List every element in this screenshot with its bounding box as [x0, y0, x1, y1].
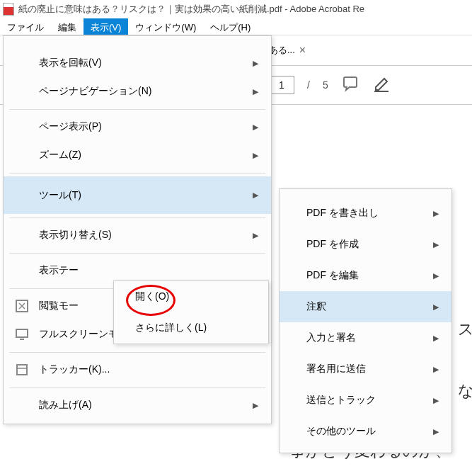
document-tab[interactable]: ある... ×: [269, 44, 306, 57]
tools-submenu-panel: PDF を書き出し▶ PDF を作成▶ PDF を編集▶ 注釈▶ 入力と署名▶ …: [279, 188, 452, 453]
menu-zoom[interactable]: ズーム(Z)▶: [4, 141, 271, 169]
chevron-right-icon: ▶: [253, 191, 258, 200]
menu-file[interactable]: ファイル: [0, 18, 51, 35]
tools-open-popup: 開く(O) さらに詳しく(L): [113, 280, 269, 344]
chevron-right-icon: ▶: [253, 401, 258, 410]
monitor-icon: [13, 326, 30, 343]
menu-page-navigation[interactable]: ページナビゲーション(N)▶: [4, 77, 271, 106]
svg-rect-2: [17, 365, 27, 375]
chevron-right-icon: ▶: [253, 87, 258, 96]
chevron-right-icon: ▶: [433, 209, 439, 218]
menu-tools[interactable]: ツール(T)▶: [4, 176, 271, 214]
svg-rect-1: [16, 329, 28, 337]
chevron-right-icon: ▶: [253, 59, 258, 68]
page-separator: /: [307, 79, 310, 91]
chevron-right-icon: ▶: [253, 151, 258, 160]
pdf-file-icon: [3, 3, 14, 16]
chevron-right-icon: ▶: [433, 427, 439, 436]
document-text-fragment: な: [458, 380, 472, 402]
menu-send-track[interactable]: 送信とトラック▶: [280, 385, 451, 416]
read-mode-icon: [13, 298, 30, 314]
menu-window[interactable]: ウィンドウ(W): [128, 18, 203, 35]
menu-export-pdf[interactable]: PDF を書き出し▶: [280, 198, 451, 229]
chevron-right-icon: ▶: [433, 240, 439, 249]
comment-bubble-icon[interactable]: [341, 75, 359, 96]
chevron-right-icon: ▶: [433, 271, 439, 280]
chevron-right-icon: ▶: [433, 396, 439, 405]
menu-more-details[interactable]: さらに詳しく(L): [114, 312, 268, 344]
document-text-fragment: ス: [458, 319, 472, 340]
chevron-right-icon: ▶: [433, 365, 439, 374]
menu-other-tools[interactable]: その他のツール▶: [280, 416, 451, 447]
menu-comment[interactable]: 注釈▶: [280, 291, 451, 322]
menu-view[interactable]: 表示(V): [84, 18, 128, 35]
page-number-input[interactable]: [269, 76, 294, 94]
menu-edit[interactable]: 編集: [51, 18, 84, 35]
chevron-right-icon: ▶: [433, 302, 439, 312]
tab-label: ある...: [269, 44, 295, 57]
menu-fill-sign[interactable]: 入力と署名▶: [280, 322, 451, 353]
tracker-icon: [13, 361, 30, 378]
menu-help[interactable]: ヘルプ(H): [203, 18, 258, 35]
menu-send-for-sign[interactable]: 署名用に送信▶: [280, 353, 451, 385]
menu-create-pdf[interactable]: PDF を作成▶: [280, 229, 451, 260]
menu-tracker[interactable]: トラッカー(K)...: [4, 356, 271, 384]
page-total: 5: [323, 79, 328, 91]
menu-page-display[interactable]: ページ表示(P)▶: [4, 113, 271, 141]
chevron-right-icon: ▶: [433, 334, 439, 343]
window-title: 紙の廃止に意味はある？リスクは？｜実は効果の高い紙削減.pdf - Adobe …: [18, 3, 364, 16]
menu-open[interactable]: 開く(O): [114, 281, 268, 312]
chevron-right-icon: ▶: [253, 123, 258, 132]
menu-display-switch[interactable]: 表示切り替え(S)▶: [4, 221, 271, 249]
menu-rotate-view[interactable]: 表示を回転(V)▶: [4, 49, 271, 77]
view-menu-panel: 表示を回転(V)▶ ページナビゲーション(N)▶ ページ表示(P)▶ ズーム(Z…: [3, 35, 272, 424]
menubar: ファイル 編集 表示(V) ウィンドウ(W) ヘルプ(H): [0, 18, 472, 35]
chevron-right-icon: ▶: [253, 231, 258, 240]
pencil-icon[interactable]: [372, 75, 391, 96]
close-icon[interactable]: ×: [299, 44, 306, 57]
menu-edit-pdf[interactable]: PDF を編集▶: [280, 260, 451, 291]
menu-read-aloud[interactable]: 読み上げ(A)▶: [4, 391, 271, 419]
